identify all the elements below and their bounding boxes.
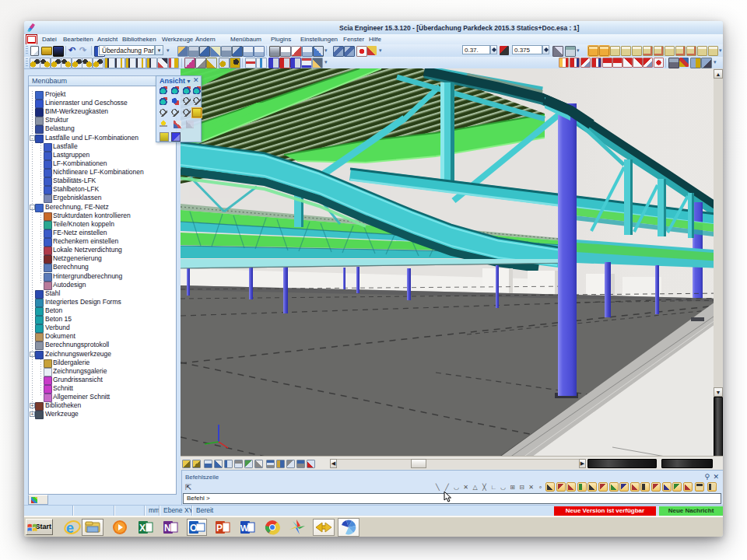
svg-text:W: W xyxy=(240,523,249,533)
svg-text:X: X xyxy=(139,523,146,534)
svg-text:P: P xyxy=(216,523,223,534)
svg-text:N: N xyxy=(164,523,171,534)
svg-text:O: O xyxy=(190,523,197,534)
